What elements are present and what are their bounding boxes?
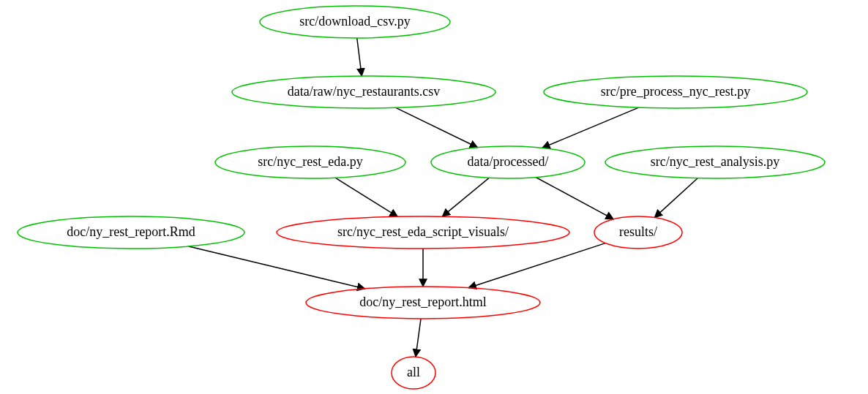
node-visuals: src/nyc_rest_eda_script_visuals/ — [277, 216, 569, 249]
node-label: all — [407, 365, 420, 379]
node-raw_csv: data/raw/nyc_restaurants.csv — [232, 76, 495, 108]
node-label: doc/ny_rest_report.Rmd — [67, 224, 195, 239]
edge-pre_process-to-processed — [542, 107, 639, 148]
node-label: src/download_csv.py — [299, 14, 410, 29]
edge-raw_csv-to-processed — [396, 107, 478, 147]
node-results: results/ — [594, 216, 682, 249]
node-processed: data/processed/ — [431, 146, 585, 178]
node-rmd: doc/ny_rest_report.Rmd — [18, 216, 244, 249]
node-analysis_py: src/nyc_rest_analysis.py — [605, 146, 825, 178]
node-label: src/pre_process_nyc_rest.py — [601, 84, 750, 99]
edge-results-to-report_html — [468, 243, 605, 288]
node-label: doc/ny_rest_report.html — [359, 295, 486, 309]
node-label: src/nyc_rest_eda_script_visuals/ — [337, 224, 509, 239]
node-all: all — [392, 357, 435, 389]
dependency-graph: src/download_csv.pydata/raw/nyc_restaura… — [0, 0, 868, 394]
node-label: results/ — [619, 224, 657, 239]
node-report_html: doc/ny_rest_report.html — [306, 287, 540, 319]
edge-analysis_py-to-results — [654, 178, 697, 218]
node-label: src/nyc_rest_analysis.py — [651, 154, 779, 169]
edge-rmd-to-report_html — [189, 246, 365, 289]
edge-processed-to-visuals — [442, 178, 489, 216]
edge-download_csv-to-raw_csv — [357, 38, 362, 76]
node-label: data/processed/ — [468, 154, 549, 169]
node-eda_py: src/nyc_rest_eda.py — [215, 146, 405, 178]
node-pre_process: src/pre_process_nyc_rest.py — [544, 76, 807, 108]
node-label: data/raw/nyc_restaurants.csv — [288, 84, 440, 99]
edge-report_html-to-all — [416, 319, 421, 357]
edge-processed-to-results — [536, 178, 613, 219]
node-label: src/nyc_rest_eda.py — [258, 154, 362, 169]
node-download_csv: src/download_csv.py — [260, 6, 450, 38]
nodes-layer: src/download_csv.pydata/raw/nyc_restaura… — [18, 6, 825, 389]
edge-eda_py-to-visuals — [335, 178, 397, 216]
